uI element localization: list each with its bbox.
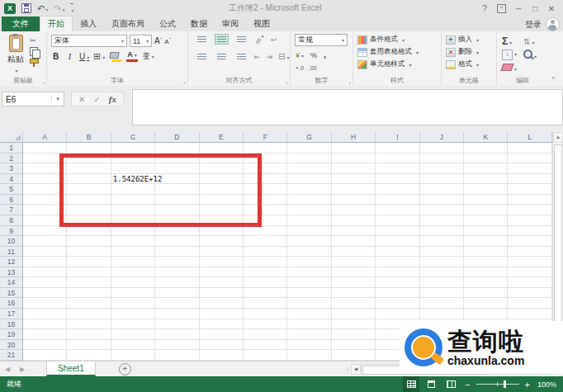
cell-J16[interactable] <box>420 298 464 309</box>
cell-J15[interactable] <box>420 288 464 299</box>
italic-button[interactable]: I <box>65 52 74 61</box>
select-all-corner[interactable] <box>0 132 23 143</box>
cell-K16[interactable] <box>464 298 508 309</box>
cell-C18[interactable] <box>111 319 155 330</box>
sheet-tab-sheet1[interactable]: Sheet1 <box>46 361 96 376</box>
cell-G12[interactable] <box>287 257 331 267</box>
cell-A13[interactable] <box>23 267 67 278</box>
cell-F20[interactable] <box>244 340 287 351</box>
cell-F21[interactable] <box>244 350 287 361</box>
cell-L7[interactable] <box>508 205 551 215</box>
cell-A21[interactable] <box>23 350 67 361</box>
new-sheet-icon[interactable] <box>119 363 131 375</box>
cell-B10[interactable] <box>67 236 111 247</box>
cell-G9[interactable] <box>287 226 331 237</box>
save-icon[interactable] <box>21 3 31 13</box>
cell-E17[interactable] <box>200 309 244 319</box>
cell-G6[interactable] <box>287 195 331 205</box>
cell-H9[interactable] <box>332 226 376 237</box>
cell-F10[interactable] <box>244 236 287 247</box>
cell-E13[interactable] <box>200 267 244 278</box>
cell-J4[interactable] <box>420 174 464 185</box>
cell-D19[interactable] <box>155 329 199 340</box>
cell-I14[interactable] <box>376 277 419 288</box>
cell-E9[interactable] <box>200 226 244 237</box>
cell-G14[interactable] <box>287 277 331 288</box>
tab-formulas[interactable]: 公式 <box>152 17 183 31</box>
cell-G7[interactable] <box>287 205 331 215</box>
cell-I11[interactable] <box>376 247 419 257</box>
cell-G10[interactable] <box>287 236 331 247</box>
redo-icon[interactable] <box>54 3 64 14</box>
cell-L9[interactable] <box>508 226 551 237</box>
increase-font-size-icon[interactable] <box>154 36 162 45</box>
vertical-scroll-thumb[interactable] <box>554 144 562 330</box>
cell-E12[interactable] <box>200 257 244 267</box>
column-header-E[interactable]: E <box>200 132 244 143</box>
user-avatar-icon[interactable] <box>546 17 560 31</box>
cell-B9[interactable] <box>67 226 111 237</box>
cell-G17[interactable] <box>287 309 331 319</box>
cell-G1[interactable] <box>287 143 331 153</box>
cell-A12[interactable] <box>23 257 67 267</box>
cell-I6[interactable] <box>376 195 419 205</box>
cell-B18[interactable] <box>67 319 111 330</box>
cell-H16[interactable] <box>332 298 376 309</box>
cell-H1[interactable] <box>332 143 376 153</box>
row-header-7[interactable]: 7 <box>0 205 23 215</box>
cell-K15[interactable] <box>464 288 508 299</box>
cell-C13[interactable] <box>111 267 155 278</box>
cell-G20[interactable] <box>287 340 331 351</box>
column-header-G[interactable]: G <box>287 132 331 143</box>
minimize-button[interactable]: ─ <box>510 4 527 13</box>
cell-J13[interactable] <box>420 267 464 278</box>
column-header-A[interactable]: A <box>23 132 67 143</box>
cell-B16[interactable] <box>67 298 111 309</box>
row-header-15[interactable]: 15 <box>0 288 23 299</box>
cell-A14[interactable] <box>23 277 67 288</box>
cell-G8[interactable] <box>287 215 331 226</box>
copy-icon[interactable] <box>30 47 38 56</box>
cell-L11[interactable] <box>508 247 551 257</box>
middle-align-icon[interactable] <box>215 34 229 45</box>
cell-I4[interactable] <box>376 174 419 185</box>
cell-G19[interactable] <box>287 329 331 340</box>
row-header-14[interactable]: 14 <box>0 277 23 288</box>
cell-C14[interactable] <box>111 277 155 288</box>
cell-D13[interactable] <box>155 267 199 278</box>
cell-H19[interactable] <box>332 329 376 340</box>
cell-J2[interactable] <box>420 153 464 164</box>
cell-K6[interactable] <box>464 195 508 205</box>
tab-scroll-splitter[interactable] <box>347 366 348 373</box>
cell-C10[interactable] <box>111 236 155 247</box>
cell-I5[interactable] <box>376 184 419 195</box>
cell-E19[interactable] <box>200 329 244 340</box>
cell-F15[interactable] <box>244 288 287 299</box>
cell-D9[interactable] <box>155 226 199 237</box>
close-button[interactable]: ✕ <box>543 4 560 13</box>
cell-L12[interactable] <box>508 257 551 267</box>
find-select-button[interactable] <box>523 50 543 60</box>
cell-F1[interactable] <box>244 143 287 153</box>
cell-A16[interactable] <box>23 298 67 309</box>
page-layout-view-button[interactable] <box>423 376 439 392</box>
cell-C17[interactable] <box>111 309 155 319</box>
cell-G3[interactable] <box>287 163 331 174</box>
cell-D18[interactable] <box>155 319 199 330</box>
cell-H2[interactable] <box>332 153 376 164</box>
row-header-11[interactable]: 11 <box>0 247 23 257</box>
increase-decimal-icon[interactable] <box>296 63 304 72</box>
cell-H14[interactable] <box>332 277 376 288</box>
decrease-font-size-icon[interactable] <box>164 36 171 45</box>
cell-E16[interactable] <box>200 298 244 309</box>
cell-L15[interactable] <box>508 288 551 299</box>
row-header-18[interactable]: 18 <box>0 319 23 330</box>
row-header-13[interactable]: 13 <box>0 267 23 278</box>
cell-D14[interactable] <box>155 277 199 288</box>
decrease-indent-icon[interactable] <box>254 52 261 61</box>
scroll-up-icon[interactable]: ▲ <box>553 132 563 143</box>
cell-F14[interactable] <box>244 277 287 288</box>
cell-H3[interactable] <box>332 163 376 174</box>
row-header-12[interactable]: 12 <box>0 257 23 267</box>
cell-I10[interactable] <box>376 236 419 247</box>
